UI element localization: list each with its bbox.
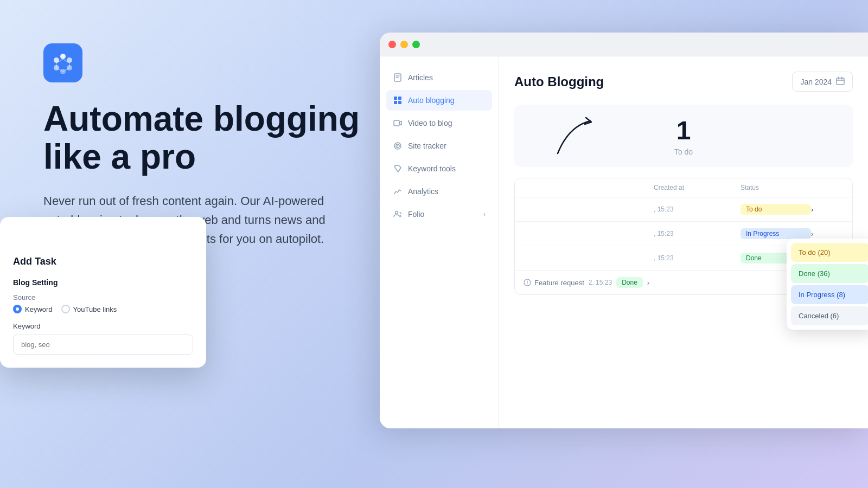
keyword-label: Keyword (13, 322, 193, 330)
popup-item-todo[interactable]: To do (20) (791, 243, 868, 262)
svg-rect-8 (398, 97, 401, 100)
app-window: Articles Auto blogging (380, 33, 868, 428)
status-badge-todo: To do (741, 204, 811, 215)
window-titlebar (380, 33, 868, 56)
svg-rect-10 (398, 101, 401, 104)
created-at-1: , 15:23 (654, 206, 741, 213)
sidebar-item-analytics[interactable]: Analytics (386, 181, 492, 202)
radio-keyword-label: Keyword (25, 305, 53, 313)
table-header: Created at Status (515, 178, 852, 197)
main-title: Auto Blogging (514, 74, 604, 89)
main-header: Auto Blogging Jan 2024 (514, 72, 853, 92)
col-status: Status (741, 184, 811, 191)
logo (43, 43, 82, 82)
modal-blur-bar (13, 230, 193, 247)
popup-item-cancelled[interactable]: Canceled (6) (791, 306, 868, 325)
feature-request-label: Feature request (524, 279, 584, 287)
sidebar-item-video-to-blog[interactable]: Video to blog (386, 113, 492, 133)
chevron-right-icon: › (483, 210, 486, 218)
arrow-decoration (547, 115, 601, 159)
sidebar-item-folio[interactable]: Folio › (386, 204, 492, 224)
sidebar-item-auto-blogging[interactable]: Auto blogging (386, 90, 492, 111)
col-created-at: Created at (654, 184, 741, 191)
radio-youtube-circle (61, 305, 70, 313)
sidebar-label-articles: Articles (408, 73, 433, 82)
sidebar-item-site-tracker[interactable]: Site tracker (386, 136, 492, 156)
sidebar-label-keyword-tools: Keyword tools (408, 164, 456, 173)
stats-popup: To do (20) Done (36) In Progress (8) Can… (787, 239, 868, 330)
date-picker[interactable]: Jan 2024 (792, 72, 853, 92)
sidebar: Articles Auto blogging (380, 56, 499, 428)
users-icon (393, 209, 403, 219)
svg-point-0 (60, 54, 66, 59)
add-task-modal: Add Task Blog Setting Source Keyword You… (0, 217, 206, 368)
popup-item-inprogress[interactable]: In Progress (8) (791, 285, 868, 304)
grid-icon (393, 95, 403, 105)
keyword-input[interactable] (13, 335, 193, 355)
source-label: Source (13, 293, 193, 301)
calendar-icon (836, 76, 845, 87)
created-at-4: 2, 15:23 (589, 279, 612, 286)
table-row[interactable]: , 15:23 To do › (515, 197, 852, 222)
status-badge-done-2: Done (616, 277, 643, 288)
stats-card: 1 To do (514, 105, 853, 167)
close-button[interactable] (388, 41, 396, 48)
bookmark-tag-icon (393, 164, 403, 174)
svg-rect-16 (837, 78, 844, 85)
radio-youtube-label: YouTube links (73, 305, 117, 313)
svg-point-14 (397, 145, 398, 146)
radio-keyword-circle (13, 305, 22, 313)
svg-rect-11 (394, 120, 399, 126)
svg-rect-7 (394, 97, 397, 100)
bookmark-icon (393, 73, 403, 82)
sidebar-label-folio: Folio (408, 210, 424, 219)
sidebar-label-auto-blogging: Auto blogging (408, 96, 455, 105)
popup-item-done[interactable]: Done (36) (791, 264, 868, 283)
sidebar-label-analytics: Analytics (408, 187, 438, 196)
radio-keyword[interactable]: Keyword (13, 305, 53, 313)
svg-rect-9 (394, 101, 397, 104)
status-badge-inprogress: In Progress (741, 228, 811, 239)
target-icon (393, 141, 403, 151)
sidebar-item-keyword-tools[interactable]: Keyword tools (386, 158, 492, 179)
radio-youtube[interactable]: YouTube links (61, 305, 117, 313)
video-icon (393, 118, 403, 128)
date-value: Jan 2024 (800, 78, 832, 86)
chart-icon (393, 187, 403, 196)
svg-point-15 (395, 211, 398, 214)
sidebar-label-video-to-blog: Video to blog (408, 119, 452, 127)
created-at-2: , 15:23 (654, 230, 741, 237)
sidebar-label-site-tracker: Site tracker (408, 142, 446, 150)
minimize-button[interactable] (400, 41, 408, 48)
created-at-3: , 15:23 (654, 254, 741, 262)
page-headline: Automate blogging like a pro (43, 100, 396, 176)
source-radio-group: Keyword YouTube links (13, 305, 193, 313)
blog-setting-title: Blog Setting (13, 278, 193, 287)
modal-title: Add Task (13, 256, 193, 267)
sidebar-item-articles[interactable]: Articles (386, 67, 492, 88)
maximize-button[interactable] (412, 41, 420, 48)
